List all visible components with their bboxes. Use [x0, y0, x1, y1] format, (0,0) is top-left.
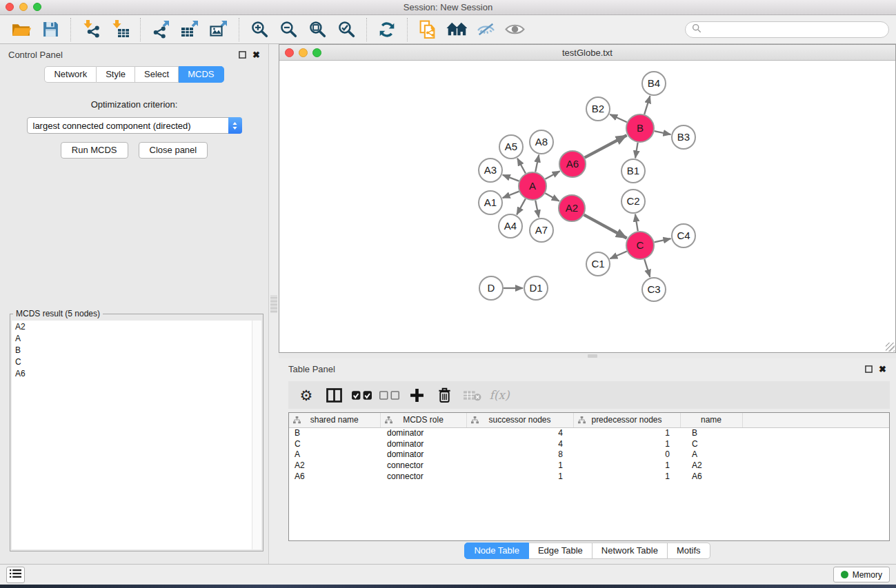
graph-node[interactable]: A: [519, 172, 546, 200]
refresh-icon[interactable]: [375, 19, 399, 41]
graph-node[interactable]: B: [626, 114, 654, 142]
columns-icon[interactable]: [320, 383, 348, 407]
graph-node[interactable]: A3: [479, 159, 502, 182]
tab-node-table[interactable]: Node Table: [464, 543, 529, 559]
open-folder-icon[interactable]: [10, 19, 33, 41]
graph-node[interactable]: A5: [499, 135, 523, 159]
float-table-panel-icon[interactable]: [865, 365, 873, 373]
graph-edge[interactable]: [585, 135, 627, 157]
table-row[interactable]: Adominator80A: [289, 449, 889, 460]
show-eye-icon[interactable]: [503, 19, 526, 41]
graph-edge[interactable]: [584, 215, 627, 239]
graph-edge[interactable]: [503, 192, 519, 198]
column-header-shared-name[interactable]: shared name: [289, 413, 380, 427]
close-panel-button[interactable]: Close panel: [139, 142, 208, 159]
column-header-successor-nodes[interactable]: successor nodes: [466, 413, 573, 427]
export-table-icon[interactable]: [178, 19, 201, 41]
network-zoom-button[interactable]: [312, 48, 321, 57]
close-window-button[interactable]: [6, 3, 14, 11]
clone-network-icon[interactable]: [416, 19, 439, 41]
graph-edge[interactable]: [503, 175, 519, 181]
splitter-handle[interactable]: [588, 354, 597, 358]
search-input[interactable]: [705, 25, 882, 34]
graph-edge[interactable]: [635, 214, 638, 231]
graph-edge[interactable]: [545, 193, 559, 201]
column-header-predecessor-nodes[interactable]: predecessor nodes: [573, 413, 680, 427]
graph-node[interactable]: D: [479, 276, 503, 300]
graph-node[interactable]: A8: [530, 130, 553, 154]
graph-node[interactable]: A7: [530, 219, 553, 242]
vertical-splitter-handle[interactable]: [270, 295, 277, 313]
tab-style[interactable]: Style: [97, 66, 135, 83]
graph-node[interactable]: A4: [499, 214, 522, 238]
network-close-button[interactable]: [285, 48, 294, 57]
zoom-fit-icon[interactable]: [306, 19, 329, 41]
graph-edge[interactable]: [610, 114, 627, 122]
export-network-icon[interactable]: [149, 19, 172, 41]
search-box[interactable]: [685, 21, 889, 38]
graph-node[interactable]: A2: [559, 195, 585, 221]
graph-node[interactable]: D1: [524, 276, 548, 300]
delete-icon[interactable]: [430, 383, 458, 407]
resize-grip[interactable]: [886, 343, 895, 352]
graph-edge[interactable]: [655, 131, 671, 134]
tab-select[interactable]: Select: [135, 66, 179, 83]
close-table-panel-icon[interactable]: ✖: [879, 365, 886, 374]
mcds-result-item[interactable]: A2: [12, 321, 261, 332]
import-table-icon[interactable]: [108, 19, 132, 41]
network-canvas[interactable]: B4B2BB3A8A5A6A3B1AC2A1A2A4A7C4CC1C3DD1: [279, 61, 895, 352]
table-row[interactable]: Bdominator41B: [289, 427, 889, 438]
network-minimize-button[interactable]: [299, 48, 308, 57]
mcds-result-item[interactable]: C: [12, 356, 261, 367]
graph-node[interactable]: A1: [479, 191, 502, 214]
add-icon[interactable]: [403, 383, 430, 407]
horizontal-splitter[interactable]: [279, 353, 896, 358]
tab-mcds[interactable]: MCDS: [179, 66, 223, 83]
zoom-window-button[interactable]: [33, 3, 41, 11]
graph-node[interactable]: C4: [672, 224, 695, 247]
graph-edge[interactable]: [535, 155, 539, 172]
zoom-selected-icon[interactable]: [335, 19, 358, 41]
graph-edge[interactable]: [517, 199, 526, 214]
mcds-result-item[interactable]: A6: [12, 367, 261, 379]
graph-node[interactable]: C: [626, 232, 654, 259]
export-image-icon[interactable]: [207, 19, 230, 41]
tab-network[interactable]: Network: [44, 66, 97, 83]
graph-node[interactable]: A6: [559, 151, 586, 177]
mcds-result-list[interactable]: A2ABCA6: [12, 321, 261, 549]
mcds-result-item[interactable]: A: [12, 332, 261, 344]
run-mcds-button[interactable]: Run MCDS: [61, 142, 128, 159]
select-all-icon[interactable]: [348, 383, 375, 407]
gear-icon[interactable]: ⚙: [292, 383, 320, 407]
graph-node[interactable]: C3: [642, 278, 666, 301]
criterion-dropdown[interactable]: largest connected component (directed): [27, 117, 242, 134]
graph-node[interactable]: C2: [621, 190, 645, 213]
graph-edge[interactable]: [644, 259, 650, 277]
tab-edge-table[interactable]: Edge Table: [529, 543, 593, 559]
close-panel-icon[interactable]: ✖: [252, 50, 260, 59]
graph-node[interactable]: B4: [642, 72, 666, 95]
column-header-mcds-role[interactable]: MCDS role: [380, 413, 466, 427]
zoom-in-icon[interactable]: [248, 19, 271, 41]
column-header-name[interactable]: name: [680, 413, 742, 427]
graph-edge[interactable]: [635, 143, 638, 159]
task-history-button[interactable]: [6, 567, 25, 583]
home-icon[interactable]: [445, 19, 468, 41]
table-row[interactable]: A6connector11A6: [289, 471, 889, 482]
graph-node[interactable]: B3: [672, 125, 695, 149]
graph-edge[interactable]: [535, 201, 539, 218]
node-table-container[interactable]: shared nameMCDS rolesuccessor nodesprede…: [288, 412, 890, 541]
graph-node[interactable]: B1: [621, 159, 645, 183]
graph-edge[interactable]: [644, 96, 650, 114]
hide-eye-icon[interactable]: [474, 19, 497, 41]
graph-node[interactable]: B2: [586, 97, 610, 121]
memory-button[interactable]: Memory: [833, 567, 890, 582]
mcds-scrollbar[interactable]: [252, 321, 261, 549]
float-panel-icon[interactable]: [239, 51, 246, 59]
graph-edge[interactable]: [517, 159, 526, 174]
mcds-result-item[interactable]: B: [12, 344, 261, 356]
table-row[interactable]: Cdominator41C: [289, 438, 889, 449]
minimize-window-button[interactable]: [19, 3, 28, 11]
tab-motifs[interactable]: Motifs: [668, 543, 710, 559]
table-row[interactable]: A2connector11A2: [289, 460, 889, 471]
